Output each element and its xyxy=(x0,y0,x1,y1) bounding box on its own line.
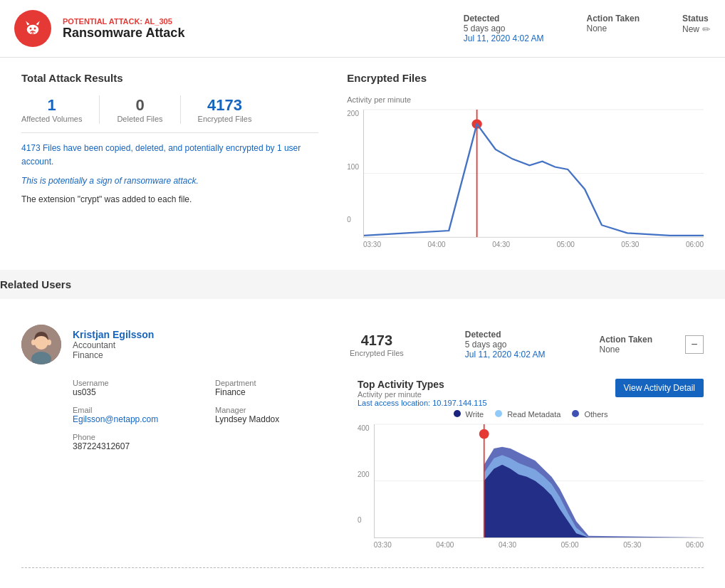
status-value: New xyxy=(682,24,699,34)
encrypted-chart-title: Encrypted Files xyxy=(347,72,704,84)
user-dept: Finance xyxy=(73,350,310,360)
user-card: Kristjan Egilsson Accountant Finance 417… xyxy=(21,313,704,568)
y-label-100: 100 xyxy=(347,163,359,171)
page-header: $ POTENTIAL ATTACK: AL_305 Ransomware At… xyxy=(0,0,725,58)
others-label: Others xyxy=(584,410,607,419)
activity-chart-svg xyxy=(375,424,704,537)
user-card-header: Kristjan Egilsson Accountant Finance 417… xyxy=(21,325,704,364)
svg-point-4 xyxy=(30,28,32,30)
action-taken-block: Action Taken None xyxy=(587,14,640,33)
phone-value: 387224312607 xyxy=(73,441,187,451)
threat-icon: $ xyxy=(14,10,51,47)
attack-name: Ransomware Attack xyxy=(63,26,464,41)
related-users-section: Related Users xyxy=(0,270,725,299)
manager-item: Manager Lyndsey Maddox xyxy=(215,406,329,424)
dept-value: Finance xyxy=(215,387,329,397)
activity-title: Top Activity Types xyxy=(358,379,487,390)
stat-encrypted-files: 4173 Encrypted Files xyxy=(181,96,269,123)
detected-time: 5 days ago xyxy=(464,23,544,33)
user-detected-date: Jul 11, 2020 4:02 AM xyxy=(465,350,546,359)
user-action-label: Action Taken xyxy=(600,335,652,345)
legend-others: Others xyxy=(572,410,607,419)
collapse-button[interactable]: − xyxy=(685,335,704,354)
detected-date: Jul 11, 2020 4:02 AM xyxy=(464,33,544,43)
main-content: Total Attack Results 1 Affected Volumes … xyxy=(0,58,725,582)
bar-y-0: 0 xyxy=(358,516,370,524)
user-name[interactable]: Kristjan Egilsson xyxy=(73,329,310,340)
activity-section: Top Activity Types Activity per minute L… xyxy=(358,379,704,549)
action-taken-value: None xyxy=(587,23,640,33)
bar-y-200: 200 xyxy=(358,471,370,478)
attack-results-title: Total Attack Results xyxy=(21,72,318,84)
encrypted-chart-container xyxy=(363,110,704,238)
y-label-0: 0 xyxy=(347,216,359,224)
activity-subtitle: Activity per minute xyxy=(358,390,487,399)
activity-location: Last access location: 10.197.144.115 xyxy=(358,399,487,407)
stat-deleted-files: 0 Deleted Files xyxy=(100,96,179,123)
detected-label: Detected xyxy=(464,14,544,23)
stat-label-deleted: Deleted Files xyxy=(117,115,162,123)
activity-legend: Write Read Metadata Others xyxy=(358,410,704,419)
status-label: Status xyxy=(682,14,711,23)
read-metadata-label: Read Metadata xyxy=(507,410,560,419)
user-detail: Username us035 Email Egilsson@netapp.com… xyxy=(21,364,704,556)
svg-point-23 xyxy=(479,429,489,439)
user-encrypted-stats: 4173 Encrypted Files xyxy=(350,332,404,357)
others-dot xyxy=(572,410,579,417)
phone-item: Phone 387224312607 xyxy=(73,433,187,451)
user-info: Kristjan Egilsson Accountant Finance xyxy=(73,329,310,360)
svg-point-5 xyxy=(34,28,36,30)
write-label: Write xyxy=(466,410,484,419)
user-detected-time: 5 days ago xyxy=(465,340,546,350)
bar-y-400: 400 xyxy=(358,424,370,432)
username-label: Username xyxy=(73,379,187,387)
department-item: Department Finance xyxy=(215,379,329,397)
status-block: Status New ✏ xyxy=(682,14,711,35)
email-item: Email Egilsson@netapp.com xyxy=(73,406,187,424)
svg-point-15 xyxy=(31,340,36,345)
svg-text:$: $ xyxy=(31,30,34,36)
user-org-details: Department Finance Manager Lyndsey Maddo… xyxy=(215,379,329,549)
user-detection: Detected 5 days ago Jul 11, 2020 4:02 AM xyxy=(465,330,546,359)
manager-label: Manager xyxy=(215,406,329,414)
email-value[interactable]: Egilsson@netapp.com xyxy=(73,414,187,424)
user-account-details: Username us035 Email Egilsson@netapp.com… xyxy=(73,379,187,549)
related-users-title: Related Users xyxy=(0,278,725,290)
encrypted-chart-subtitle: Activity per minute xyxy=(347,95,704,104)
encrypted-line-chart xyxy=(364,110,704,237)
stat-num-volumes: 1 xyxy=(48,96,56,115)
user-avatar xyxy=(21,325,61,364)
username-value: us035 xyxy=(73,387,187,397)
activity-bar-chart xyxy=(374,424,704,538)
view-activity-button[interactable]: View Activity Detail xyxy=(615,379,704,397)
username-item: Username us035 xyxy=(73,379,187,397)
edit-icon[interactable]: ✏ xyxy=(702,23,711,35)
user-role: Accountant xyxy=(73,340,310,350)
legend-read-metadata: Read Metadata xyxy=(495,410,560,419)
attack-stats: Total Attack Results 1 Affected Volumes … xyxy=(21,72,318,248)
read-metadata-dot xyxy=(495,410,502,417)
user-detected-label: Detected xyxy=(465,330,546,340)
header-meta: Detected 5 days ago Jul 11, 2020 4:02 AM… xyxy=(464,14,711,43)
manager-value: Lyndsey Maddox xyxy=(215,414,329,424)
stats-row: 1 Affected Volumes 0 Deleted Files 4173 … xyxy=(21,95,318,133)
activity-x-labels: 03:30 04:00 04:30 05:00 05:30 06:00 xyxy=(374,541,704,549)
stat-label-volumes: Affected Volumes xyxy=(21,115,82,123)
attack-results-section: Total Attack Results 1 Affected Volumes … xyxy=(21,72,704,248)
user-encrypted-label: Encrypted Files xyxy=(350,349,404,357)
write-dot xyxy=(454,410,461,417)
encrypted-chart-section: Encrypted Files Activity per minute 200 … xyxy=(347,72,704,248)
email-label: Email xyxy=(73,406,187,414)
status-edit-row: New ✏ xyxy=(682,23,711,35)
warning-text: This is potentially a sign of ransomware… xyxy=(21,174,318,188)
dept-label: Department xyxy=(215,379,329,387)
legend-write: Write xyxy=(454,410,484,419)
stat-label-encrypted: Encrypted Files xyxy=(198,115,252,123)
stat-num-encrypted: 4173 xyxy=(207,96,242,115)
activity-title-block: Top Activity Types Activity per minute L… xyxy=(358,379,487,407)
action-taken-label: Action Taken xyxy=(587,14,640,23)
user-action: Action Taken None xyxy=(600,335,652,355)
svg-point-16 xyxy=(47,340,51,345)
extension-text: The extension "crypt" was added to each … xyxy=(21,193,318,206)
user-action-value: None xyxy=(600,345,652,355)
